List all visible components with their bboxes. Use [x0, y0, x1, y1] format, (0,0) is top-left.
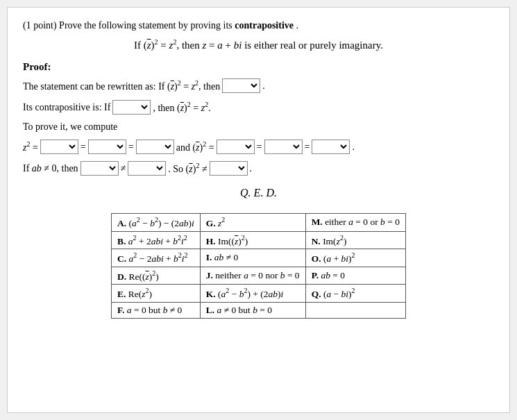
table-cell: F. a = 0 but b ≠ 0	[112, 302, 201, 318]
qed-text: Q. E. D.	[23, 187, 494, 199]
table-row: A. (a2 − b2) − (2ab)i G. z2 M. either a …	[112, 214, 406, 232]
line-compute: z2 = ABC DEF GHI JKL MNO PQ = ABC DEF GH…	[23, 140, 494, 154]
eq2: =	[128, 142, 134, 153]
eq4: =	[305, 142, 310, 153]
answer-table-wrapper: A. (a2 − b2) − (2ab)i G. z2 M. either a …	[23, 213, 494, 319]
dropdown-neq[interactable]: ABC DEF GHI JKL MNO PQ	[128, 161, 166, 176]
contrapositive-word: contrapositive	[235, 20, 294, 31]
table-row: F. a = 0 but b ≠ 0 L. a ≠ 0 but b = 0	[112, 302, 406, 318]
line-if-ab: If ab ≠ 0, then ABC DEF GHI JKL MNO PQ ≠…	[23, 161, 494, 176]
line5-pre: If ab ≠ 0, then	[23, 163, 78, 174]
table-cell: G. z2	[200, 214, 305, 232]
table-cell	[305, 302, 405, 318]
table-cell: Q. (a − bi)2	[305, 285, 405, 303]
proof-label: Proof:	[23, 61, 494, 73]
dropdown-z2-1[interactable]: ABC DEF GHI JKL MNO PQ	[40, 140, 78, 154]
dropdown-contrapositive[interactable]: ABC DEF GHI JKL MNO PQ	[112, 100, 151, 115]
line-rewritten: The statement can be rewritten as: If (z…	[23, 78, 494, 93]
dropdown-then2[interactable]: ABC DEF GHI JKL MNO PQ	[80, 161, 119, 176]
z-bar: z	[147, 40, 151, 51]
dropdown-then1[interactable]: ABC DEF GHI JKL MNO PQ	[222, 78, 260, 93]
z-sq-label: z2 =	[23, 140, 38, 153]
dropdown-zbar2-3[interactable]: ABC DEF GHI JKL MNO PQ	[312, 140, 350, 154]
table-row: B. a2 + 2abi + b2i2 H. Im((z)2) N. Im(z2…	[112, 231, 406, 249]
table-cell: P. ab = 0	[305, 267, 405, 285]
line2-text-post: , then (z)2 = z2.	[153, 101, 210, 114]
line2-text-pre: Its contrapositive is: If	[23, 102, 110, 113]
line3-text: To prove it, we compute	[23, 121, 117, 133]
dropdown-zbar2-1[interactable]: ABC DEF GHI JKL MNO PQ	[217, 140, 255, 154]
table-row: E. Re(z2) K. (a2 − b2) + (2ab)i Q. (a − …	[112, 285, 406, 303]
table-cell: D. Re((z)2)	[112, 267, 201, 285]
instruction-text: (1 point) Prove the following statement …	[23, 20, 298, 31]
eq1: =	[80, 142, 86, 153]
page: (1 point) Prove the following statement …	[7, 7, 510, 413]
table-cell: N. Im(z2)	[305, 231, 405, 249]
table-cell: I. ab ≠ 0	[200, 249, 305, 267]
neq-symbol: ≠	[121, 163, 126, 174]
eq3: =	[257, 142, 262, 153]
dropdown-z2-2[interactable]: ABC DEF GHI JKL MNO PQ	[88, 140, 126, 154]
main-statement: If (z)2 = z2, then z = a + bi is either …	[23, 38, 494, 51]
table-cell: O. (a + bi)2	[305, 249, 405, 267]
table-cell: M. either a = 0 or b = 0	[305, 214, 405, 232]
table-cell: H. Im((z)2)	[200, 231, 305, 249]
line5-dot: .	[250, 163, 253, 174]
table-cell: K. (a2 − b2) + (2ab)i	[200, 285, 305, 303]
table-cell: A. (a2 − b2) − (2ab)i	[112, 214, 201, 232]
dropdown-z2-3[interactable]: ABC DEF GHI JKL MNO PQ	[136, 140, 174, 154]
line1-dot: .	[262, 81, 265, 92]
answer-table: A. (a2 − b2) − (2ab)i G. z2 M. either a …	[111, 213, 406, 319]
instruction-line: (1 point) Prove the following statement …	[23, 20, 494, 31]
table-row: C. a2 − 2abi + b2i2 I. ab ≠ 0 O. (a + bi…	[112, 249, 406, 267]
table-cell: E. Re(z2)	[112, 285, 201, 303]
table-cell: J. neither a = 0 nor b = 0	[200, 267, 305, 285]
dropdown-zbar2-2[interactable]: ABC DEF GHI JKL MNO PQ	[264, 140, 303, 154]
table-cell: L. a ≠ 0 but b = 0	[200, 302, 305, 318]
main-formula: If (z)2 = z2, then z = a + bi is either …	[134, 40, 383, 51]
table-row: D. Re((z)2) J. neither a = 0 nor b = 0 P…	[112, 267, 406, 285]
line-contrapositive: Its contrapositive is: If ABC DEF GHI JK…	[23, 100, 494, 115]
and-zbar-sq: and (z)2 =	[176, 140, 214, 153]
line1-text: The statement can be rewritten as: If (z…	[23, 79, 220, 92]
line5-so: . So (z)2 ≠	[168, 162, 207, 175]
dropdown-zbar-neq[interactable]: ABC DEF GHI JKL MNO PQ	[210, 161, 248, 176]
line-to-prove: To prove it, we compute	[23, 121, 494, 133]
table-cell: B. a2 + 2abi + b2i2	[112, 231, 201, 249]
line4-dot: .	[352, 142, 355, 153]
table-cell: C. a2 − 2abi + b2i2	[112, 249, 201, 267]
